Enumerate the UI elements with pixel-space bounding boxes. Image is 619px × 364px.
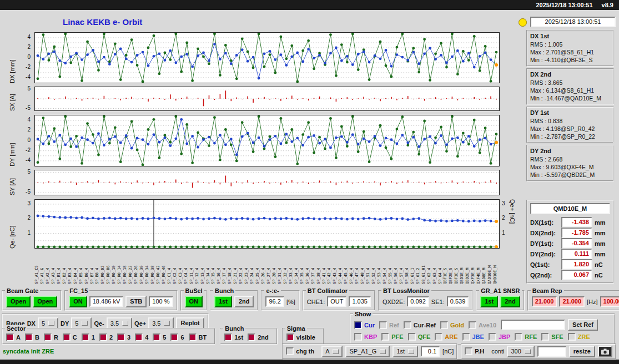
- show-checkbox-jbp[interactable]: JBP: [489, 333, 510, 341]
- titlebar-version: v8.9: [602, 2, 613, 8]
- show-checkbox-ref[interactable]: Ref: [379, 321, 399, 329]
- chg-th-checkbox[interactable]: chg th: [286, 347, 314, 355]
- checkbox-label: PFE: [391, 333, 403, 340]
- gr-a1-2nd-button[interactable]: 2nd: [500, 296, 520, 307]
- range-qe-minus-select[interactable]: 3.5: [107, 317, 132, 329]
- bpm-label: SP_R0_46: [162, 250, 166, 284]
- fc15-stb-button[interactable]: STB: [125, 296, 147, 307]
- dy-1st-stats: DY 1st RMS : 0.838 Max : 4.198@SP_R0_42 …: [526, 107, 614, 143]
- bpm-label: QBD1E_M: [460, 250, 464, 284]
- show-checkbox-are[interactable]: ARE: [435, 333, 457, 341]
- bunch-checkbox-2nd[interactable]: 2nd: [248, 333, 269, 341]
- bpm-label: SP_R0_22: [128, 250, 133, 284]
- bunch-2nd-button[interactable]: 2nd: [234, 296, 254, 307]
- bpm-label: SP_32_4: [283, 250, 288, 284]
- show-checkbox-sfe[interactable]: SFE: [541, 333, 563, 341]
- bunch-select[interactable]: 1st: [392, 346, 418, 357]
- show-checkbox-kbp[interactable]: KBP: [354, 333, 377, 341]
- show-checkbox-pfe[interactable]: PFE: [381, 333, 403, 341]
- show-checkbox-cur[interactable]: Cur: [354, 321, 375, 329]
- sector-select[interactable]: A: [321, 346, 343, 357]
- bpm-label: SP_B5_4: [79, 250, 83, 284]
- screenshot-button[interactable]: [598, 346, 612, 357]
- sigma-checkbox-visible[interactable]: visible: [286, 333, 315, 341]
- checkbox-indicator: [25, 333, 33, 341]
- sector-checkbox-6[interactable]: 6: [170, 333, 184, 341]
- monitor-label: DX(1st):: [530, 219, 559, 226]
- y-tick-label: -5: [26, 105, 31, 111]
- resize-button[interactable]: resize: [569, 346, 595, 357]
- bpm-select[interactable]: SP_A1_G: [345, 346, 390, 357]
- checkbox-indicator: [6, 333, 14, 341]
- sy-plot: [34, 170, 500, 195]
- checkbox-indicator: [224, 333, 232, 341]
- sector-checkbox-c[interactable]: C: [63, 333, 77, 341]
- sx-axis-title: SX [A]: [9, 87, 16, 111]
- interval-select[interactable]: 300: [507, 346, 534, 357]
- bunch-1st-button[interactable]: 1st: [214, 296, 232, 307]
- sector-checkbox-5[interactable]: 5: [153, 333, 166, 341]
- sector-checkbox-4[interactable]: 4: [135, 333, 148, 341]
- checkbox-label: 1: [92, 334, 95, 341]
- checkbox-label: 6: [180, 334, 184, 341]
- busel-on-button[interactable]: ON: [185, 296, 203, 307]
- set-ref-input[interactable]: [501, 320, 565, 330]
- range-qe-plus-select[interactable]: 3.5: [148, 317, 174, 329]
- show-checkbox-rfe[interactable]: RFE: [515, 333, 537, 341]
- bpm-label: SP_25_4: [255, 250, 260, 284]
- range-dx-select[interactable]: 5: [38, 317, 58, 329]
- extra-input[interactable]: [537, 346, 566, 357]
- bpm-label: QAD10E_M: [487, 250, 492, 284]
- fc15-on-button[interactable]: ON: [69, 296, 87, 307]
- sector-checkbox-a[interactable]: A: [6, 333, 21, 341]
- dropdown-indicator-icon: [122, 321, 128, 326]
- ph-checkbox[interactable]: P.H: [465, 347, 484, 355]
- show-checkbox-jbe[interactable]: JBE: [462, 333, 484, 341]
- show-checkbox-zre[interactable]: ZRE: [568, 333, 590, 341]
- bpm-label: SP_R0_34: [145, 250, 149, 284]
- checkbox-indicator: [153, 333, 160, 341]
- bpm-label: QBF2E_S: [449, 250, 453, 284]
- dropdown-indicator-icon: [48, 321, 54, 326]
- checkbox-label: JBE: [472, 333, 484, 340]
- bt-collimator-group: BT Collimator CHE1: OUT 1.035: [303, 290, 375, 311]
- bpm-label: SP_R0_02: [100, 250, 105, 284]
- se1-readout: 0.539: [447, 296, 469, 307]
- sector-checkbox-3[interactable]: 3: [117, 333, 130, 341]
- checkbox-label: visible: [296, 334, 315, 341]
- camera-icon: [601, 348, 609, 355]
- bpm-label: SP_46_4: [349, 250, 354, 284]
- sector-checkbox-1[interactable]: 1: [82, 333, 95, 341]
- sector-checkbox-2[interactable]: 2: [99, 333, 113, 341]
- y-tick-label: 0: [27, 54, 31, 60]
- show-checkbox-gold[interactable]: Gold: [440, 321, 464, 329]
- show-checkbox-qfe[interactable]: QFE: [408, 333, 431, 341]
- beam-gate-open-button-2[interactable]: Open: [33, 296, 57, 307]
- set-ref-button[interactable]: Set Ref: [568, 319, 598, 331]
- monitor-value: 1.820: [561, 259, 592, 270]
- replot-button[interactable]: Replot: [176, 317, 204, 329]
- bt-lossmonitor-title: BT LossMonitor: [381, 287, 431, 294]
- bpm-label: SP_63_4: [432, 250, 437, 284]
- bt-collimator-title: BT Collimator: [306, 287, 349, 294]
- bpm-label: SP_21_4: [233, 250, 238, 284]
- stats-max: Max : 4.198@SP_R0_42: [530, 125, 610, 133]
- bunch-checkbox-1st[interactable]: 1st: [224, 333, 243, 341]
- threshold-input[interactable]: 0.1: [421, 346, 440, 357]
- show-checkbox-ave10[interactable]: Ave10: [469, 321, 496, 329]
- range-dy-select[interactable]: 5: [71, 317, 92, 329]
- sector-checkbox-r[interactable]: R: [44, 333, 58, 341]
- dx-2nd-stats: DX 2nd RMS : 3.665 Max : 6.134@S8_61_H1 …: [526, 68, 614, 105]
- gr-a1-1st-button[interactable]: 1st: [480, 296, 498, 307]
- dropdown-indicator-icon: [525, 349, 531, 354]
- show-checkbox-cur-ref[interactable]: Cur-Ref: [404, 321, 436, 329]
- y-tick-label: -4: [26, 157, 31, 163]
- checkbox-indicator: [408, 333, 416, 341]
- bpm-label: SP_R0_38: [150, 250, 155, 284]
- beam-rep-readout-2: 21.000: [559, 296, 585, 307]
- sector-checkbox-b[interactable]: B: [25, 333, 39, 341]
- checkbox-label: 5: [163, 334, 166, 341]
- beam-gate-open-button-1[interactable]: Open: [6, 296, 31, 307]
- y-tick-label: 2: [27, 215, 31, 221]
- sector-checkbox-bt[interactable]: BT: [189, 333, 207, 341]
